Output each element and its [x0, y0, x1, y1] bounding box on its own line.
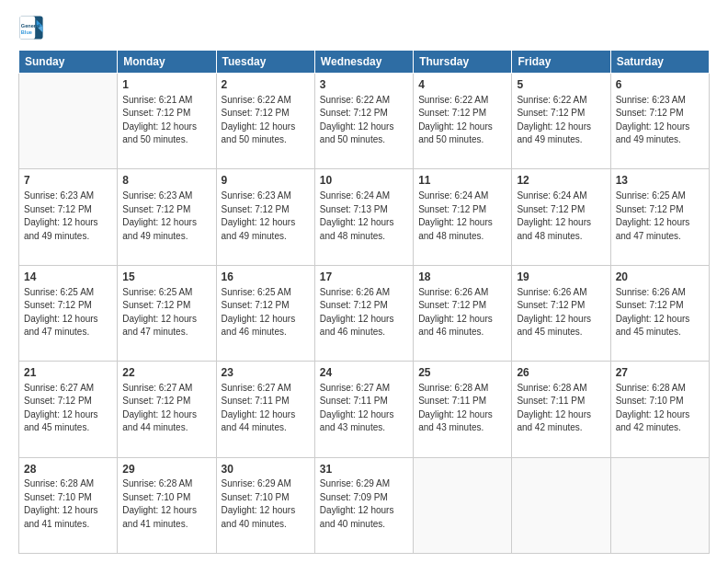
day-number: 8: [122, 173, 210, 189]
day-number: 21: [24, 365, 112, 381]
day-info: Sunrise: 6:28 AM Sunset: 7:10 PM Dayligh…: [616, 382, 704, 435]
day-number: 29: [122, 462, 210, 477]
calendar-cell: 29Sunrise: 6:28 AM Sunset: 7:10 PM Dayli…: [118, 457, 216, 553]
calendar-cell: 1Sunrise: 6:21 AM Sunset: 7:12 PM Daylig…: [118, 74, 216, 169]
calendar-cell: 27Sunrise: 6:28 AM Sunset: 7:10 PM Dayli…: [610, 362, 709, 457]
day-info: Sunrise: 6:25 AM Sunset: 7:12 PM Dayligh…: [24, 286, 112, 339]
day-number: 18: [418, 270, 506, 285]
day-info: Sunrise: 6:22 AM Sunset: 7:12 PM Dayligh…: [517, 94, 605, 147]
day-number: 16: [222, 270, 310, 285]
day-info: Sunrise: 6:28 AM Sunset: 7:11 PM Dayligh…: [418, 382, 506, 435]
calendar-cell: 17Sunrise: 6:26 AM Sunset: 7:12 PM Dayli…: [314, 265, 413, 361]
day-info: Sunrise: 6:22 AM Sunset: 7:12 PM Dayligh…: [418, 94, 506, 147]
calendar-cell: 25Sunrise: 6:28 AM Sunset: 7:11 PM Dayli…: [414, 362, 512, 457]
col-saturday: Saturday: [610, 51, 709, 74]
calendar-cell: 10Sunrise: 6:24 AM Sunset: 7:13 PM Dayli…: [314, 169, 413, 265]
svg-text:General: General: [21, 23, 40, 29]
calendar-cell: 22Sunrise: 6:27 AM Sunset: 7:12 PM Dayli…: [118, 362, 216, 457]
calendar-cell: 6Sunrise: 6:23 AM Sunset: 7:12 PM Daylig…: [610, 74, 709, 169]
calendar-header-row: Sunday Monday Tuesday Wednesday Thursday…: [19, 51, 710, 74]
day-info: Sunrise: 6:27 AM Sunset: 7:11 PM Dayligh…: [320, 382, 408, 435]
day-number: 13: [616, 173, 704, 189]
calendar-cell: [512, 457, 610, 553]
day-info: Sunrise: 6:26 AM Sunset: 7:12 PM Dayligh…: [320, 286, 408, 339]
day-number: 14: [24, 270, 112, 285]
day-number: 7: [24, 173, 112, 189]
calendar-cell: [19, 74, 118, 169]
calendar-cell: 23Sunrise: 6:27 AM Sunset: 7:11 PM Dayli…: [216, 362, 314, 457]
calendar-cell: 7Sunrise: 6:23 AM Sunset: 7:12 PM Daylig…: [19, 169, 118, 265]
day-info: Sunrise: 6:27 AM Sunset: 7:12 PM Dayligh…: [24, 382, 112, 435]
col-tuesday: Tuesday: [216, 51, 314, 74]
day-info: Sunrise: 6:26 AM Sunset: 7:12 PM Dayligh…: [418, 286, 506, 339]
calendar-cell: 16Sunrise: 6:25 AM Sunset: 7:12 PM Dayli…: [216, 265, 314, 361]
calendar-cell: 2Sunrise: 6:22 AM Sunset: 7:12 PM Daylig…: [216, 74, 314, 169]
day-info: Sunrise: 6:29 AM Sunset: 7:09 PM Dayligh…: [320, 477, 408, 531]
col-wednesday: Wednesday: [314, 51, 413, 74]
day-number: 4: [418, 77, 506, 93]
calendar-cell: 18Sunrise: 6:26 AM Sunset: 7:12 PM Dayli…: [414, 265, 512, 361]
col-sunday: Sunday: [19, 51, 118, 74]
logo-icon: General Blue: [18, 15, 44, 40]
calendar-cell: 30Sunrise: 6:29 AM Sunset: 7:10 PM Dayli…: [216, 457, 314, 553]
day-info: Sunrise: 6:22 AM Sunset: 7:12 PM Dayligh…: [320, 94, 408, 147]
day-info: Sunrise: 6:23 AM Sunset: 7:12 PM Dayligh…: [616, 94, 704, 147]
day-number: 9: [222, 173, 310, 189]
day-info: Sunrise: 6:23 AM Sunset: 7:12 PM Dayligh…: [222, 190, 310, 243]
day-number: 20: [616, 270, 704, 285]
calendar-cell: 28Sunrise: 6:28 AM Sunset: 7:10 PM Dayli…: [19, 457, 118, 553]
calendar-cell: 12Sunrise: 6:24 AM Sunset: 7:12 PM Dayli…: [512, 169, 610, 265]
header: General Blue: [18, 15, 710, 40]
day-info: Sunrise: 6:27 AM Sunset: 7:12 PM Dayligh…: [122, 382, 210, 435]
day-number: 2: [222, 77, 310, 93]
day-info: Sunrise: 6:26 AM Sunset: 7:12 PM Dayligh…: [616, 286, 704, 339]
day-number: 27: [616, 365, 704, 381]
day-info: Sunrise: 6:23 AM Sunset: 7:12 PM Dayligh…: [24, 190, 112, 243]
calendar-cell: 14Sunrise: 6:25 AM Sunset: 7:12 PM Dayli…: [19, 265, 118, 361]
calendar-cell: 19Sunrise: 6:26 AM Sunset: 7:12 PM Dayli…: [512, 265, 610, 361]
day-number: 26: [517, 365, 605, 381]
week-row-1: 7Sunrise: 6:23 AM Sunset: 7:12 PM Daylig…: [19, 169, 710, 265]
col-friday: Friday: [512, 51, 610, 74]
calendar-cell: 21Sunrise: 6:27 AM Sunset: 7:12 PM Dayli…: [19, 362, 118, 457]
calendar-cell: [414, 457, 512, 553]
day-number: 5: [517, 77, 605, 93]
day-info: Sunrise: 6:28 AM Sunset: 7:11 PM Dayligh…: [517, 382, 605, 435]
day-info: Sunrise: 6:23 AM Sunset: 7:12 PM Dayligh…: [122, 190, 210, 243]
day-number: 12: [517, 173, 605, 189]
col-monday: Monday: [118, 51, 216, 74]
day-number: 6: [616, 77, 704, 93]
day-info: Sunrise: 6:21 AM Sunset: 7:12 PM Dayligh…: [122, 94, 210, 147]
day-number: 3: [320, 77, 408, 93]
calendar-cell: 15Sunrise: 6:25 AM Sunset: 7:12 PM Dayli…: [118, 265, 216, 361]
day-number: 23: [222, 365, 310, 381]
logo: General Blue: [18, 15, 48, 40]
week-row-4: 28Sunrise: 6:28 AM Sunset: 7:10 PM Dayli…: [19, 457, 710, 553]
day-info: Sunrise: 6:27 AM Sunset: 7:11 PM Dayligh…: [222, 382, 310, 435]
day-number: 19: [517, 270, 605, 285]
calendar-cell: 26Sunrise: 6:28 AM Sunset: 7:11 PM Dayli…: [512, 362, 610, 457]
calendar-cell: 4Sunrise: 6:22 AM Sunset: 7:12 PM Daylig…: [414, 74, 512, 169]
calendar-cell: 5Sunrise: 6:22 AM Sunset: 7:12 PM Daylig…: [512, 74, 610, 169]
calendar-cell: 11Sunrise: 6:24 AM Sunset: 7:12 PM Dayli…: [414, 169, 512, 265]
day-info: Sunrise: 6:25 AM Sunset: 7:12 PM Dayligh…: [122, 286, 210, 339]
calendar-cell: [610, 457, 709, 553]
day-number: 24: [320, 365, 408, 381]
day-number: 31: [320, 462, 408, 477]
day-number: 22: [122, 365, 210, 381]
day-number: 25: [418, 365, 506, 381]
day-number: 11: [418, 173, 506, 189]
day-info: Sunrise: 6:24 AM Sunset: 7:13 PM Dayligh…: [320, 190, 408, 243]
calendar-cell: 8Sunrise: 6:23 AM Sunset: 7:12 PM Daylig…: [118, 169, 216, 265]
day-number: 15: [122, 270, 210, 285]
col-thursday: Thursday: [414, 51, 512, 74]
day-info: Sunrise: 6:28 AM Sunset: 7:10 PM Dayligh…: [122, 477, 210, 531]
calendar-cell: 31Sunrise: 6:29 AM Sunset: 7:09 PM Dayli…: [314, 457, 413, 553]
day-number: 17: [320, 270, 408, 285]
calendar-cell: 9Sunrise: 6:23 AM Sunset: 7:12 PM Daylig…: [216, 169, 314, 265]
svg-text:Blue: Blue: [21, 29, 32, 35]
day-info: Sunrise: 6:24 AM Sunset: 7:12 PM Dayligh…: [517, 190, 605, 243]
calendar-cell: 20Sunrise: 6:26 AM Sunset: 7:12 PM Dayli…: [610, 265, 709, 361]
day-info: Sunrise: 6:24 AM Sunset: 7:12 PM Dayligh…: [418, 190, 506, 243]
day-info: Sunrise: 6:28 AM Sunset: 7:10 PM Dayligh…: [24, 477, 112, 531]
